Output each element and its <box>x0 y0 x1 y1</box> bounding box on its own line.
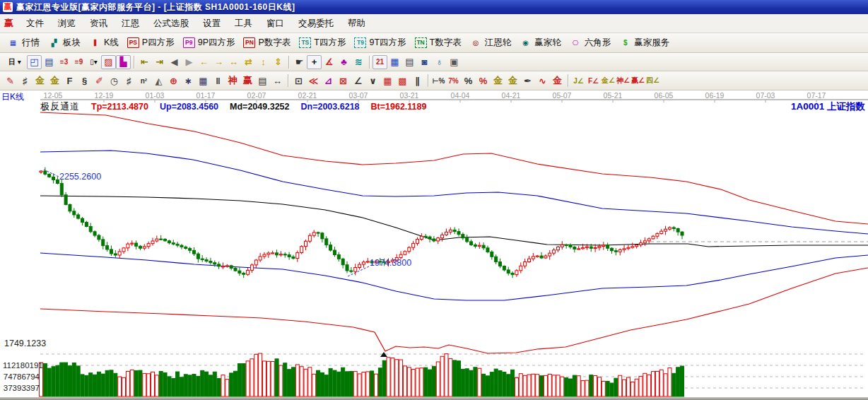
p-square-button[interactable]: PSP四方形 <box>123 35 179 51</box>
seven-percent-tool[interactable]: 7% <box>446 73 461 88</box>
fan-box-tool[interactable]: ⊿ <box>321 73 336 88</box>
pen-tool[interactable]: ✒ <box>520 73 535 88</box>
wave-red-tool[interactable]: ∿ <box>535 73 550 88</box>
gann-wheel-button[interactable]: ◎江恩轮 <box>466 35 516 51</box>
shen-angle-tool[interactable]: 神∠ <box>616 73 631 88</box>
j-angle-tool[interactable]: J∠ <box>571 73 586 88</box>
pattern-icon[interactable]: ▨ <box>101 55 116 69</box>
triangle-tool[interactable]: ◭ <box>151 73 166 88</box>
pencil-tool[interactable]: ✎ <box>3 73 18 88</box>
gold-lines-tool[interactable]: 金 <box>505 73 520 88</box>
hexagon-button[interactable]: ⎔六角形 <box>565 35 616 51</box>
win-ruler-tool[interactable]: 赢 <box>240 73 255 88</box>
fan-square-tool[interactable]: ⊠ <box>336 73 351 88</box>
f-ruler-tool[interactable]: F <box>62 73 77 88</box>
red-grid-box-tool[interactable]: ▩ <box>395 73 410 88</box>
target-circle-tool[interactable]: ⊕ <box>166 73 181 88</box>
crosshair-tool[interactable]: + <box>307 55 322 69</box>
zigzag-tool[interactable]: ∨ <box>365 73 380 88</box>
percent-tool[interactable]: % <box>461 73 476 88</box>
bars-9-icon[interactable]: ≡9 <box>71 55 86 69</box>
period-dropdown[interactable]: 日 ▾ <box>3 55 27 69</box>
calendar-icon[interactable]: 21 <box>373 55 387 69</box>
menu-item-9[interactable]: 帮助 <box>341 15 373 33</box>
title-bar[interactable]: 赢 赢家江恩专业版[赢家内部服务平台] - [上证指数 SH1A0001-160… <box>0 0 868 14</box>
n-square-tool[interactable]: n² <box>136 73 151 88</box>
ninet-square-button[interactable]: T99T四方形 <box>350 35 410 51</box>
menu-item-6[interactable]: 工具 <box>228 15 259 33</box>
histogram-icon[interactable]: ▙ <box>116 55 131 69</box>
purple-tool[interactable]: ♣ <box>336 55 351 69</box>
expand-h-button[interactable]: ↔ <box>226 55 241 69</box>
symbol-label[interactable]: 1A0001 上证指数 <box>791 100 865 113</box>
info-list-icon[interactable]: ▤ <box>42 55 57 69</box>
menu-item-3[interactable]: 江恩 <box>115 15 146 33</box>
menu-item-7[interactable]: 窗口 <box>259 15 291 33</box>
shrink-right-button[interactable]: → <box>211 55 226 69</box>
sectors-button[interactable]: ▞板块 <box>44 35 85 51</box>
chart-canvas[interactable] <box>0 90 868 397</box>
calculator-icon[interactable]: ▦ <box>387 55 402 69</box>
gold-ruler2-tool[interactable]: 金 <box>47 73 62 88</box>
win-angle-tool[interactable]: 赢∠ <box>631 73 645 88</box>
arc-clock-tool[interactable]: ◷ <box>107 73 122 88</box>
shrink-left-button[interactable]: ← <box>197 55 211 69</box>
parallel-lines-tool[interactable]: ∥ <box>410 73 425 88</box>
menu-item-8[interactable]: 交易委托 <box>291 15 341 33</box>
angle-lines-tool[interactable]: ∠ <box>351 73 365 88</box>
box-frame-tool[interactable]: ⊡ <box>291 73 306 88</box>
swap-v-button[interactable]: ⇕ <box>271 55 286 69</box>
indicator-name[interactable]: 极反通道 <box>40 100 80 113</box>
pencil-ruler-tool[interactable]: ✐ <box>92 73 107 88</box>
print-icon[interactable]: ▣ <box>447 55 462 69</box>
gold-circle-tool[interactable]: 金 <box>491 73 505 88</box>
menu-item-5[interactable]: 设置 <box>196 15 228 33</box>
double-line-tool[interactable]: ‖ <box>211 73 225 88</box>
wave-tool[interactable]: ≋ <box>351 55 366 69</box>
fan-red-tool[interactable]: ≪ <box>306 73 321 88</box>
bars-3-icon[interactable]: ≡3 <box>57 55 71 69</box>
winner-service-button[interactable]: $赢家服务 <box>615 35 674 51</box>
hand-tool[interactable]: ☛ <box>292 55 307 69</box>
gold-red-tool[interactable]: 金 <box>550 73 565 88</box>
red-grid-tool[interactable]: ▦ <box>380 73 395 88</box>
notes-icon[interactable]: ▤ <box>402 55 417 69</box>
last-page-button[interactable]: ⇥ <box>152 55 167 69</box>
candle-style-dropdown[interactable]: ▯▾ <box>86 55 101 69</box>
p-digit-table-button[interactable]: PNP数字表 <box>239 35 295 51</box>
ruler2-tool[interactable]: ♯ <box>122 73 136 88</box>
grid-123-tool[interactable]: ▤ <box>255 73 270 88</box>
expand-v-button[interactable]: ↕ <box>256 55 271 69</box>
kline-button[interactable]: ⫼K线 <box>85 35 123 51</box>
star-web-tool[interactable]: ∗ <box>181 73 196 88</box>
winner-wheel-button[interactable]: ◉赢家轮 <box>515 35 565 51</box>
span-arrow-tool[interactable]: ↔ <box>270 73 285 88</box>
spiral-tool[interactable]: § <box>77 73 92 88</box>
percent-ruler-tool[interactable]: ⊢% <box>431 73 446 88</box>
web-data-icon[interactable]: ♁ <box>432 55 447 69</box>
first-page-button[interactable]: ⇤ <box>137 55 152 69</box>
menu-item-2[interactable]: 资讯 <box>83 15 115 33</box>
shen-ruler-tool[interactable]: 神 <box>225 73 240 88</box>
percent-red-tool[interactable]: % <box>476 73 491 88</box>
gold-ruler-tool[interactable]: 金 <box>33 73 47 88</box>
swap-h-button[interactable]: ⇄ <box>241 55 256 69</box>
f-angle-tool[interactable]: F∠ <box>586 73 601 88</box>
four-angle-tool[interactable]: 四∠ <box>645 73 660 88</box>
menu-item-4[interactable]: 公式选股 <box>146 15 196 33</box>
gold-angle-tool[interactable]: 金∠ <box>601 73 616 88</box>
web-box-tool[interactable]: ▦ <box>196 73 211 88</box>
angle-measure-tool[interactable]: ∡ <box>322 55 336 69</box>
ninep-square-button[interactable]: P99P四方形 <box>179 35 240 51</box>
menu-item-0[interactable]: 文件 <box>19 15 51 33</box>
quotes-button[interactable]: ▦行情 <box>3 35 44 51</box>
prev-button[interactable]: ◀ <box>167 55 182 69</box>
t-square-button[interactable]: TST四方形 <box>295 35 350 51</box>
t-digit-table-button[interactable]: TNT数字表 <box>411 35 466 51</box>
zoom-box-icon[interactable]: ◰ <box>27 55 42 69</box>
next-button[interactable]: ▶ <box>182 55 197 69</box>
ruler-tool[interactable]: ♯ <box>18 73 33 88</box>
kline-pane-tab[interactable]: 日K线 <box>1 91 24 103</box>
save-icon[interactable]: ◙ <box>417 55 432 69</box>
menu-item-1[interactable]: 浏览 <box>51 15 83 33</box>
